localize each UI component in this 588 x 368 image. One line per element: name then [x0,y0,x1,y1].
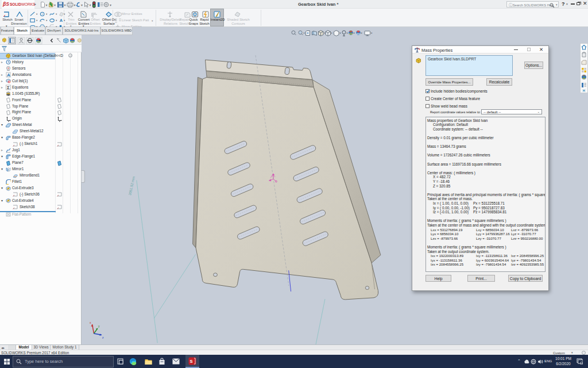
svg-text:y: y [98,324,100,328]
svg-text:Σ: Σ [7,85,10,90]
svg-text:8: 8 [9,80,10,84]
svg-text:▾: ▾ [110,3,111,7]
svg-text:▾: ▾ [90,3,91,7]
svg-text:▾: ▾ [74,3,76,7]
svg-text:▾: ▾ [371,32,373,34]
svg-text:S: S [190,359,193,364]
svg-text:▾: ▾ [340,32,342,34]
svg-text:▾: ▾ [354,32,355,34]
svg-text:▾: ▾ [64,3,66,7]
svg-text:A: A [7,72,10,78]
svg-text:▾: ▾ [46,3,48,7]
svg-text:▾: ▾ [361,32,363,34]
svg-text:3051.52 mm: 3051.52 mm [128,176,136,195]
svg-text:x: x [90,321,91,324]
svg-text:▾: ▾ [54,3,56,7]
svg-text:z: z [102,336,104,339]
svg-text:▾: ▾ [304,32,305,34]
svg-text:▾: ▾ [347,32,349,34]
svg-text:▾: ▾ [81,3,83,7]
svg-text:▾: ▾ [331,32,333,34]
